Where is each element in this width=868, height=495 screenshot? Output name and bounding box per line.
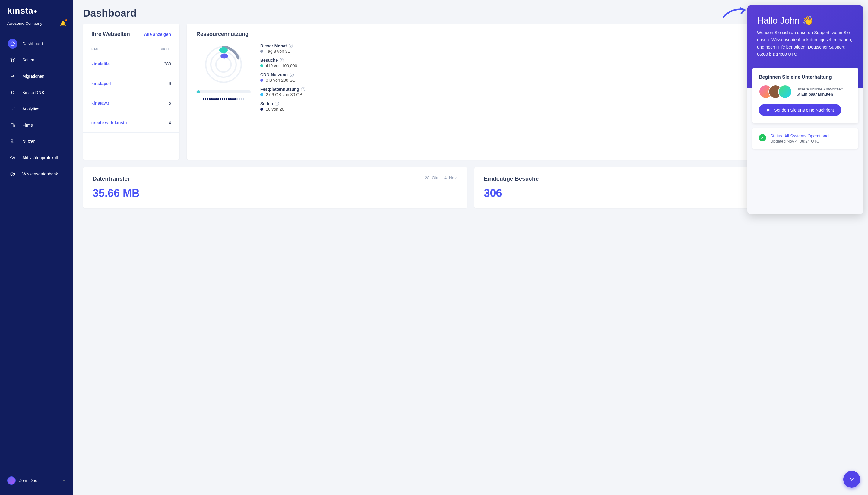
site-name[interactable]: kinstaperf [91,81,112,86]
sites-card-title: Ihre Webseiten [91,31,130,37]
company-name: Awesome Company [7,21,42,25]
clock-icon [796,92,800,96]
site-row[interactable]: kinstalife 380 [83,54,180,74]
nav-label: Dashboard [22,41,43,46]
svg-rect-0 [11,123,13,127]
analytics-icon [10,106,15,112]
start-conversation-card: Beginnen Sie eine Unterhaltung Unsere üb… [752,68,858,123]
transfer-title: Datentransfer [93,175,130,182]
site-row[interactable]: kinstaw3 6 [83,93,180,113]
agent-avatars [759,85,792,99]
usage-gauge [202,44,245,86]
user-name-label: John Doe [19,478,58,483]
view-all-link[interactable]: Alle anzeigen [144,32,171,37]
agent-avatar [778,85,792,99]
main-content: Dashboard Ihre Webseiten Alle anzeigen N… [73,0,868,495]
chevron-up-icon [62,478,66,483]
main-nav: Dashboard Seiten Migrationen Kinsta DNS … [0,33,73,472]
nav-label: Kinsta DNS [22,90,44,95]
nav-users[interactable]: Nutzer [4,134,70,149]
eye-icon [10,155,15,160]
nav-label: Seiten [22,57,34,63]
site-visits: 6 [169,81,171,86]
nav-label: Migrationen [22,74,44,79]
response-time-value: Ein paar Minuten [801,92,833,97]
visits-title: Eindeutige Besuche [484,175,539,182]
notifications-bell-icon[interactable]: 🔔 [60,20,66,26]
nav-label: Firma [22,123,33,127]
disk-bar [196,90,251,93]
chat-greeting: Hallo John 👋 [757,15,853,25]
user-plus-icon [10,139,15,144]
nav-sites[interactable]: Seiten [4,52,70,68]
nav-knowledge-base[interactable]: Wissensdatenbank [4,166,70,182]
nav-label: Aktivitätenprotokoll [22,155,58,160]
site-visits: 380 [164,62,171,66]
svg-rect-1 [13,125,15,127]
nav-label: Analytics [22,106,39,111]
migration-icon [10,73,15,79]
svg-point-9 [220,54,228,59]
user-avatar [7,476,16,485]
help-icon[interactable]: ? [289,44,293,48]
svg-point-8 [219,47,228,53]
annotation-arrow-icon [721,4,749,22]
nav-migrations[interactable]: Migrationen [4,68,70,84]
site-name[interactable]: kinstaw3 [91,101,109,105]
support-chat-panel: Hallo John 👋 Wenden Sie sich an unseren … [747,5,863,214]
brand-logo: kinsta [0,6,73,18]
response-time-label: Unsere übliche Antwortzeit [796,87,843,91]
site-visits: 4 [169,120,171,125]
data-transfer-card: Datentransfer 28. Okt. – 4. Nov. 35.66 M… [83,167,467,208]
chat-toggle-button[interactable] [843,471,860,488]
home-icon [10,41,15,47]
nav-activity-log[interactable]: Aktivitätenprotokoll [4,150,70,166]
your-sites-card: Ihre Webseiten Alle anzeigen NAME BESUCH… [83,24,180,160]
transfer-range: 28. Okt. – 4. Nov. [425,175,457,182]
help-icon[interactable]: ? [275,102,279,106]
col-visits: BESUCHE [155,48,171,51]
col-name: NAME [91,48,155,51]
send-icon [766,108,771,113]
user-menu[interactable]: John Doe [0,472,73,489]
site-name[interactable]: create with kinsta [91,120,127,125]
help-icon[interactable]: ? [301,87,305,91]
system-status-card[interactable]: ✓ Status: All Systems Operational Update… [752,128,858,149]
nav-company[interactable]: Firma [4,117,70,133]
svg-point-7 [216,57,231,72]
transfer-value: 35.66 MB [93,187,457,200]
building-icon [10,122,15,128]
svg-point-2 [11,140,13,141]
sidebar: kinsta Awesome Company 🔔 Dashboard Seite… [0,0,73,495]
send-message-button[interactable]: Senden Sie uns eine Nachricht [759,104,841,116]
resources-title: Ressourcennutzung [196,31,249,37]
chevron-down-icon [848,476,855,483]
nav-dns[interactable]: Kinsta DNS [4,85,70,100]
check-icon: ✓ [759,134,766,141]
dns-icon [10,90,15,95]
chat-start-title: Beginnen Sie eine Unterhaltung [759,74,852,80]
nav-label: Nutzer [22,139,35,144]
status-updated: Updated Nov 4, 08:24 UTC [770,139,829,143]
nav-dashboard[interactable]: Dashboard [4,36,70,52]
status-link[interactable]: Status: All Systems Operational [770,134,829,138]
site-row[interactable]: kinstaperf 6 [83,74,180,93]
help-icon [10,171,15,177]
nav-label: Wissensdatenbank [22,172,58,176]
svg-point-3 [12,157,14,158]
site-row[interactable]: create with kinsta 4 [83,113,180,133]
site-name[interactable]: kinstalife [91,62,110,66]
site-visits: 6 [169,101,171,105]
help-icon[interactable]: ? [289,73,294,77]
chat-description: Wenden Sie sich an unseren Support, wenn… [757,29,853,58]
sites-dots [203,98,244,100]
nav-analytics[interactable]: Analytics [4,101,70,117]
layers-icon [10,57,15,63]
help-icon[interactable]: ? [280,58,284,63]
